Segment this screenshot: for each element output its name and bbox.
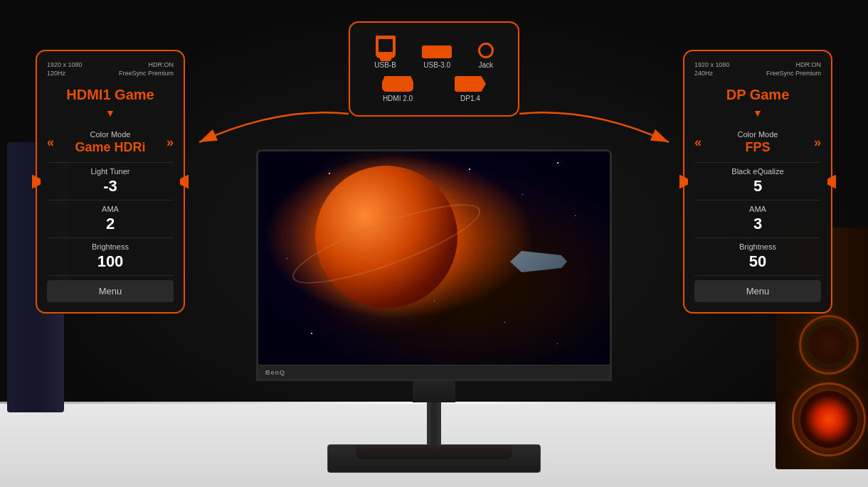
port-dp: DP1.4 — [455, 76, 486, 102]
dp-label: DP1.4 — [460, 95, 480, 102]
left-panel-specs-top: 1920 x 1080 HDR:ON — [47, 61, 174, 68]
left-hz: 120Hz — [47, 70, 65, 77]
monitor-frame: BenQ — [256, 149, 612, 381]
left-light-tuner-value: -3 — [47, 177, 174, 196]
usb-b-icon — [376, 36, 396, 58]
port-jack: Jack — [478, 43, 494, 69]
left-color-mode-nav: « Color Mode Game HDRi » — [47, 127, 174, 158]
right-panel-title: DP Game — [694, 87, 821, 103]
right-hz: 240Hz — [694, 70, 713, 77]
left-hdr: HDR:ON — [149, 61, 174, 68]
jack-label: Jack — [478, 61, 493, 69]
left-menu-button[interactable]: Menu — [47, 280, 174, 302]
right-sync: FreeSync Premium — [766, 70, 821, 77]
right-resolution: 1920 x 1080 — [694, 61, 730, 68]
left-panel-specs-bottom: 120Hz FreeSync Premium — [47, 70, 174, 77]
left-panel-header: 1920 x 1080 HDR:ON 120Hz FreeSync Premiu… — [47, 61, 174, 78]
left-nav-left[interactable]: « — [47, 135, 54, 150]
ports-row-top: USB-B USB-3.0 Jack — [361, 36, 507, 69]
left-color-mode-value: Game HDRi — [75, 140, 145, 155]
usb3-icon — [422, 46, 452, 58]
left-nav-right[interactable]: » — [166, 135, 174, 150]
monitor-stand-base — [356, 445, 512, 459]
right-color-mode-value: FPS — [738, 140, 778, 155]
left-resolution: 1920 x 1080 — [47, 61, 83, 68]
left-panel-arrow: ▼ — [47, 107, 174, 119]
right-info-panel: 1920 x 1080 HDR:ON 240Hz FreeSync Premiu… — [683, 50, 832, 314]
usb3-label: USB-3.0 — [423, 61, 450, 69]
left-light-tuner-row: Light Tuner -3 — [47, 163, 174, 200]
speaker-ring-large — [800, 391, 857, 448]
left-sync: FreeSync Premium — [119, 70, 174, 77]
benq-logo: BenQ — [265, 369, 285, 376]
right-brightness-label: Brightness — [694, 242, 821, 251]
ports-panel: USB-B USB-3.0 Jack HDMI 2.0 DP1.4 — [349, 21, 519, 117]
right-color-mode-row: « Color Mode FPS » — [694, 123, 821, 163]
monitor-stand-top — [413, 381, 455, 402]
hdmi-icon — [382, 76, 413, 92]
right-brightness-value: 50 — [694, 252, 821, 271]
right-black-eq-value: 5 — [694, 177, 821, 196]
right-panel-specs-bottom: 240Hz FreeSync Premium — [694, 70, 821, 77]
right-black-eq-row: Black eQualize 5 — [694, 163, 821, 200]
right-panel-specs-top: 1920 x 1080 HDR:ON — [694, 61, 821, 68]
right-color-mode-label: Color Mode — [738, 130, 778, 139]
left-color-mode-row: « Color Mode Game HDRi » — [47, 123, 174, 163]
port-usb3: USB-3.0 — [422, 46, 452, 69]
right-nav-right[interactable]: » — [814, 135, 821, 150]
left-color-mode-label: Color Mode — [75, 130, 145, 139]
monitor-stand-arm — [427, 402, 441, 445]
ports-row-bottom: HDMI 2.0 DP1.4 — [361, 76, 507, 102]
right-menu-button[interactable]: Menu — [694, 280, 821, 302]
right-panel-arrow: ▼ — [694, 107, 821, 119]
left-light-tuner-label: Light Tuner — [47, 167, 174, 176]
right-brightness-row: Brightness 50 — [694, 238, 821, 276]
speaker-ring-small — [804, 320, 854, 370]
monitor-screen — [258, 151, 610, 365]
left-ama-value: 2 — [47, 215, 174, 233]
port-usb-b: USB-B — [374, 36, 396, 69]
right-hdr: HDR:ON — [796, 61, 822, 68]
dp-icon — [455, 76, 486, 92]
left-ama-row: AMA 2 — [47, 200, 174, 238]
right-black-eq-label: Black eQualize — [694, 167, 821, 176]
monitor-chin: BenQ — [258, 365, 610, 379]
monitor: BenQ — [249, 149, 619, 459]
left-brightness-label: Brightness — [47, 242, 174, 251]
left-brightness-value: 100 — [47, 252, 174, 271]
right-ama-value: 3 — [694, 215, 821, 233]
right-panel-header: 1920 x 1080 HDR:ON 240Hz FreeSync Premiu… — [694, 61, 821, 78]
left-panel-title: HDMI1 Game — [47, 87, 174, 103]
right-ama-label: AMA — [694, 205, 821, 213]
left-brightness-row: Brightness 100 — [47, 238, 174, 276]
right-nav-left[interactable]: « — [694, 135, 702, 150]
jack-icon — [478, 43, 494, 58]
left-info-panel: 1920 x 1080 HDR:ON 120Hz FreeSync Premiu… — [36, 50, 185, 314]
right-color-mode-nav: « Color Mode FPS » — [694, 127, 821, 158]
left-ama-label: AMA — [47, 205, 174, 213]
hdmi-label: HDMI 2.0 — [383, 95, 413, 102]
usb-b-label: USB-B — [374, 61, 396, 69]
right-ama-row: AMA 3 — [694, 200, 821, 238]
port-hdmi: HDMI 2.0 — [382, 76, 413, 102]
